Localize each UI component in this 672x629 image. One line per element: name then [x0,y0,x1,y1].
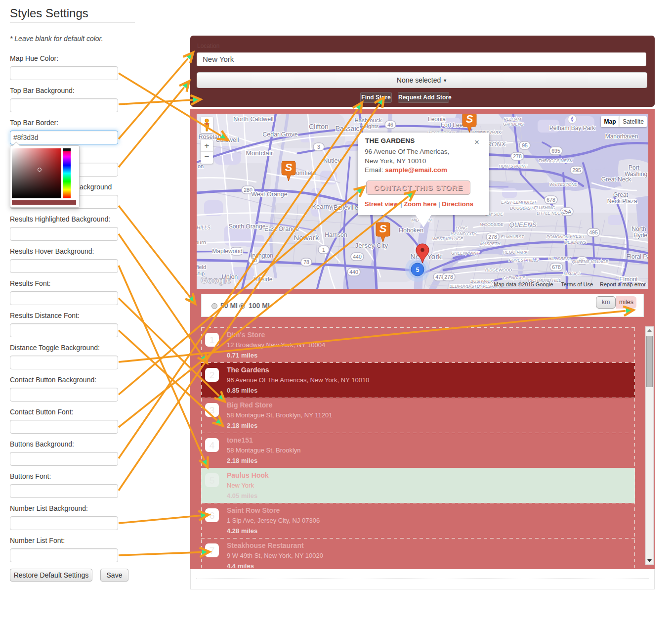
svg-text:S: S [285,161,293,174]
svg-text:S: S [379,223,387,235]
svg-text:S: S [466,114,473,125]
svg-text:Google: Google [201,275,231,285]
svg-text:5: 5 [416,267,420,273]
